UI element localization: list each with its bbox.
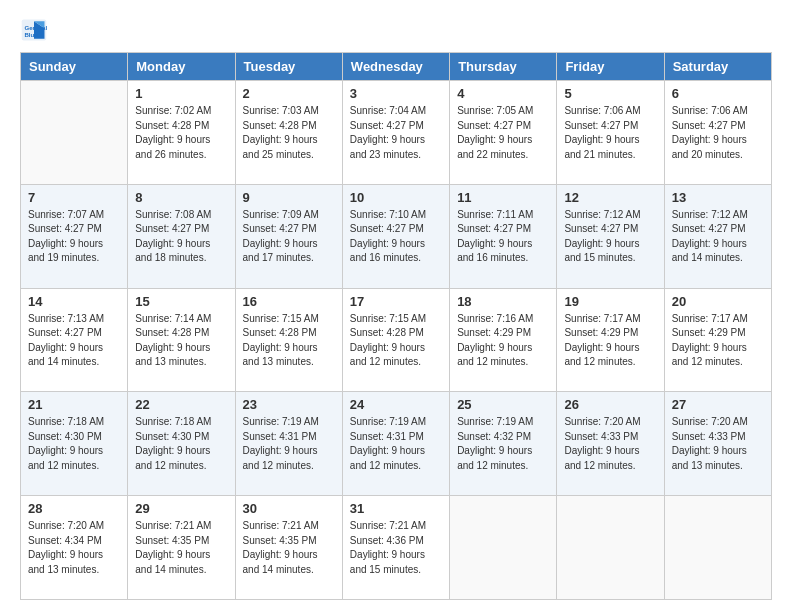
- day-number: 1: [135, 86, 227, 101]
- day-header-friday: Friday: [557, 53, 664, 81]
- calendar-cell: [557, 496, 664, 600]
- calendar-cell: 12Sunrise: 7:12 AMSunset: 4:27 PMDayligh…: [557, 184, 664, 288]
- calendar-cell: [664, 496, 771, 600]
- day-info: Sunrise: 7:05 AMSunset: 4:27 PMDaylight:…: [457, 104, 549, 162]
- calendar-cell: [21, 81, 128, 185]
- calendar-cell: [450, 496, 557, 600]
- day-number: 31: [350, 501, 442, 516]
- day-number: 9: [243, 190, 335, 205]
- day-number: 18: [457, 294, 549, 309]
- day-number: 10: [350, 190, 442, 205]
- day-info: Sunrise: 7:02 AMSunset: 4:28 PMDaylight:…: [135, 104, 227, 162]
- day-header-monday: Monday: [128, 53, 235, 81]
- day-info: Sunrise: 7:19 AMSunset: 4:31 PMDaylight:…: [350, 415, 442, 473]
- day-info: Sunrise: 7:03 AMSunset: 4:28 PMDaylight:…: [243, 104, 335, 162]
- calendar-cell: 27Sunrise: 7:20 AMSunset: 4:33 PMDayligh…: [664, 392, 771, 496]
- calendar-cell: 3Sunrise: 7:04 AMSunset: 4:27 PMDaylight…: [342, 81, 449, 185]
- calendar-cell: 16Sunrise: 7:15 AMSunset: 4:28 PMDayligh…: [235, 288, 342, 392]
- day-info: Sunrise: 7:17 AMSunset: 4:29 PMDaylight:…: [672, 312, 764, 370]
- day-info: Sunrise: 7:16 AMSunset: 4:29 PMDaylight:…: [457, 312, 549, 370]
- day-number: 8: [135, 190, 227, 205]
- day-info: Sunrise: 7:20 AMSunset: 4:33 PMDaylight:…: [564, 415, 656, 473]
- day-number: 21: [28, 397, 120, 412]
- calendar-cell: 30Sunrise: 7:21 AMSunset: 4:35 PMDayligh…: [235, 496, 342, 600]
- calendar-cell: 18Sunrise: 7:16 AMSunset: 4:29 PMDayligh…: [450, 288, 557, 392]
- day-info: Sunrise: 7:21 AMSunset: 4:36 PMDaylight:…: [350, 519, 442, 577]
- calendar-cell: 10Sunrise: 7:10 AMSunset: 4:27 PMDayligh…: [342, 184, 449, 288]
- day-header-tuesday: Tuesday: [235, 53, 342, 81]
- calendar-cell: 26Sunrise: 7:20 AMSunset: 4:33 PMDayligh…: [557, 392, 664, 496]
- day-number: 26: [564, 397, 656, 412]
- day-info: Sunrise: 7:20 AMSunset: 4:33 PMDaylight:…: [672, 415, 764, 473]
- day-number: 14: [28, 294, 120, 309]
- day-info: Sunrise: 7:08 AMSunset: 4:27 PMDaylight:…: [135, 208, 227, 266]
- calendar-cell: 24Sunrise: 7:19 AMSunset: 4:31 PMDayligh…: [342, 392, 449, 496]
- day-number: 12: [564, 190, 656, 205]
- day-number: 13: [672, 190, 764, 205]
- day-info: Sunrise: 7:04 AMSunset: 4:27 PMDaylight:…: [350, 104, 442, 162]
- day-number: 30: [243, 501, 335, 516]
- day-number: 2: [243, 86, 335, 101]
- calendar-cell: 21Sunrise: 7:18 AMSunset: 4:30 PMDayligh…: [21, 392, 128, 496]
- day-number: 28: [28, 501, 120, 516]
- calendar-table: SundayMondayTuesdayWednesdayThursdayFrid…: [20, 52, 772, 600]
- day-info: Sunrise: 7:11 AMSunset: 4:27 PMDaylight:…: [457, 208, 549, 266]
- calendar-cell: 8Sunrise: 7:08 AMSunset: 4:27 PMDaylight…: [128, 184, 235, 288]
- day-number: 27: [672, 397, 764, 412]
- day-header-saturday: Saturday: [664, 53, 771, 81]
- day-info: Sunrise: 7:17 AMSunset: 4:29 PMDaylight:…: [564, 312, 656, 370]
- day-info: Sunrise: 7:09 AMSunset: 4:27 PMDaylight:…: [243, 208, 335, 266]
- calendar-cell: 28Sunrise: 7:20 AMSunset: 4:34 PMDayligh…: [21, 496, 128, 600]
- day-number: 5: [564, 86, 656, 101]
- svg-text:Blue: Blue: [24, 31, 38, 38]
- calendar-cell: 2Sunrise: 7:03 AMSunset: 4:28 PMDaylight…: [235, 81, 342, 185]
- header: General Blue: [20, 16, 772, 44]
- calendar-cell: 1Sunrise: 7:02 AMSunset: 4:28 PMDaylight…: [128, 81, 235, 185]
- day-info: Sunrise: 7:21 AMSunset: 4:35 PMDaylight:…: [135, 519, 227, 577]
- day-info: Sunrise: 7:18 AMSunset: 4:30 PMDaylight:…: [135, 415, 227, 473]
- day-info: Sunrise: 7:21 AMSunset: 4:35 PMDaylight:…: [243, 519, 335, 577]
- calendar-cell: 25Sunrise: 7:19 AMSunset: 4:32 PMDayligh…: [450, 392, 557, 496]
- day-number: 15: [135, 294, 227, 309]
- calendar-cell: 31Sunrise: 7:21 AMSunset: 4:36 PMDayligh…: [342, 496, 449, 600]
- day-number: 25: [457, 397, 549, 412]
- calendar-cell: 6Sunrise: 7:06 AMSunset: 4:27 PMDaylight…: [664, 81, 771, 185]
- day-info: Sunrise: 7:18 AMSunset: 4:30 PMDaylight:…: [28, 415, 120, 473]
- calendar-cell: 7Sunrise: 7:07 AMSunset: 4:27 PMDaylight…: [21, 184, 128, 288]
- day-number: 19: [564, 294, 656, 309]
- day-info: Sunrise: 7:20 AMSunset: 4:34 PMDaylight:…: [28, 519, 120, 577]
- day-number: 7: [28, 190, 120, 205]
- calendar-cell: 17Sunrise: 7:15 AMSunset: 4:28 PMDayligh…: [342, 288, 449, 392]
- day-number: 29: [135, 501, 227, 516]
- day-number: 24: [350, 397, 442, 412]
- calendar-cell: 15Sunrise: 7:14 AMSunset: 4:28 PMDayligh…: [128, 288, 235, 392]
- day-number: 16: [243, 294, 335, 309]
- day-number: 17: [350, 294, 442, 309]
- day-header-sunday: Sunday: [21, 53, 128, 81]
- day-info: Sunrise: 7:15 AMSunset: 4:28 PMDaylight:…: [243, 312, 335, 370]
- logo-icon: General Blue: [20, 16, 48, 44]
- day-info: Sunrise: 7:15 AMSunset: 4:28 PMDaylight:…: [350, 312, 442, 370]
- day-info: Sunrise: 7:10 AMSunset: 4:27 PMDaylight:…: [350, 208, 442, 266]
- day-number: 23: [243, 397, 335, 412]
- calendar-cell: 11Sunrise: 7:11 AMSunset: 4:27 PMDayligh…: [450, 184, 557, 288]
- svg-text:General: General: [24, 24, 47, 31]
- calendar-cell: 20Sunrise: 7:17 AMSunset: 4:29 PMDayligh…: [664, 288, 771, 392]
- calendar-cell: 14Sunrise: 7:13 AMSunset: 4:27 PMDayligh…: [21, 288, 128, 392]
- day-header-thursday: Thursday: [450, 53, 557, 81]
- calendar-cell: 22Sunrise: 7:18 AMSunset: 4:30 PMDayligh…: [128, 392, 235, 496]
- day-info: Sunrise: 7:12 AMSunset: 4:27 PMDaylight:…: [564, 208, 656, 266]
- day-number: 20: [672, 294, 764, 309]
- day-number: 4: [457, 86, 549, 101]
- day-info: Sunrise: 7:12 AMSunset: 4:27 PMDaylight:…: [672, 208, 764, 266]
- day-info: Sunrise: 7:14 AMSunset: 4:28 PMDaylight:…: [135, 312, 227, 370]
- day-info: Sunrise: 7:06 AMSunset: 4:27 PMDaylight:…: [672, 104, 764, 162]
- calendar-page: General Blue SundayMondayTuesdayWednesda…: [0, 0, 792, 612]
- day-number: 3: [350, 86, 442, 101]
- day-info: Sunrise: 7:19 AMSunset: 4:32 PMDaylight:…: [457, 415, 549, 473]
- calendar-cell: 9Sunrise: 7:09 AMSunset: 4:27 PMDaylight…: [235, 184, 342, 288]
- day-number: 6: [672, 86, 764, 101]
- logo: General Blue: [20, 16, 52, 44]
- calendar-cell: 19Sunrise: 7:17 AMSunset: 4:29 PMDayligh…: [557, 288, 664, 392]
- day-info: Sunrise: 7:07 AMSunset: 4:27 PMDaylight:…: [28, 208, 120, 266]
